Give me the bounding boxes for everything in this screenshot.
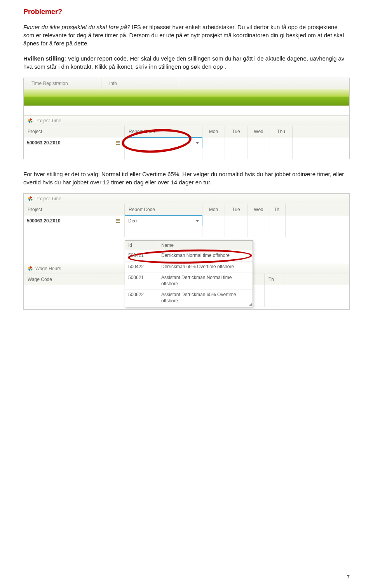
page-number: 7	[347, 574, 350, 580]
tab-bar: Time Registration Info	[24, 78, 349, 89]
cell-mon[interactable]	[202, 137, 225, 148]
cell-day[interactable]	[202, 148, 225, 159]
col-report-code: Report Code	[125, 204, 202, 215]
wage-cell-th[interactable]	[265, 296, 280, 307]
pinwheel-icon	[28, 266, 33, 271]
col-th: Th	[265, 274, 280, 285]
para1-question: Finner du ikke prosjektet du skal føre p…	[23, 24, 130, 30]
col-tue: Tue	[225, 126, 248, 137]
screenshot-project-time-1: Time Registration Info Project Time Proj…	[23, 78, 350, 159]
paragraph-1: Finner du ikke prosjektet du skal føre p…	[23, 23, 350, 47]
cell-day[interactable]	[270, 148, 293, 159]
list-icon[interactable]	[115, 218, 121, 224]
cell-mon[interactable]	[202, 215, 225, 226]
dropdown-item[interactable]: 500622 Assistant Derrickman 65% Overtime…	[125, 290, 253, 307]
cell-tue[interactable]	[225, 137, 248, 148]
dropdown-item[interactable]: 500422 Derrickman 65% Overtime offshore	[125, 262, 253, 273]
chevron-down-icon[interactable]	[196, 142, 199, 144]
green-banner	[24, 89, 349, 106]
section-title: Wage Hours	[35, 266, 61, 271]
dropdown-col-id: Id	[125, 241, 158, 250]
paragraph-2: Hvilken stilling: Velg under report code…	[23, 54, 350, 71]
para2-bold: Hvilken stilling	[23, 55, 64, 62]
column-headers: Project Report Code Mon Tue Wed Th	[24, 204, 349, 215]
table-row	[24, 148, 349, 159]
chevron-down-icon[interactable]	[196, 220, 199, 222]
cell-wed[interactable]	[248, 137, 270, 148]
section-title: Project Time	[35, 196, 61, 201]
screenshot-project-time-2: Project Time Project Report Code Mon Tue…	[23, 193, 350, 310]
col-project: Project	[24, 204, 125, 215]
col-thu: Thu	[270, 126, 293, 137]
col-report-code: Report Code	[125, 126, 202, 137]
col-mon: Mon	[202, 126, 225, 137]
cell-wed[interactable]	[248, 215, 270, 226]
project-cell-empty[interactable]	[24, 148, 125, 159]
project-value: 500063.20.2010	[27, 140, 61, 146]
cell-day[interactable]	[202, 226, 225, 237]
report-cell-empty[interactable]	[125, 226, 202, 237]
dropdown-item[interactable]: 500621 Assistant Derrickman Normal time …	[125, 272, 253, 290]
cell-day[interactable]	[248, 226, 270, 237]
col-mon: Mon	[202, 204, 225, 215]
dropdown-item-name: Derrickman Normal time offshore	[158, 250, 253, 261]
project-cell[interactable]: 500063.20.2010	[24, 215, 125, 226]
project-cell-empty[interactable]	[24, 226, 125, 237]
col-tue: Tue	[225, 204, 248, 215]
cell-day[interactable]	[225, 226, 248, 237]
project-value: 500063.20.2010	[27, 218, 61, 224]
heading-problemer: Problemer?	[23, 8, 350, 16]
col-project: Project	[24, 126, 125, 137]
table-row: 500063.20.2010 Derr	[24, 215, 349, 226]
column-headers: Project Report Code Mon Tue Wed Thu	[24, 126, 349, 137]
report-code-dropdown[interactable]: Id Name 500421 Derrickman Normal time of…	[125, 240, 253, 307]
report-code-input[interactable]: Derr	[125, 215, 202, 226]
cell-th[interactable]	[270, 215, 286, 226]
paragraph-3: For hver stilling er det to valg: Normal…	[23, 170, 350, 186]
dropdown-item-id: 500621	[125, 272, 158, 289]
resize-handle-icon[interactable]	[248, 302, 252, 306]
section-project-time: Project Time	[24, 116, 349, 126]
cell-tue[interactable]	[225, 215, 248, 226]
cell-day[interactable]	[270, 226, 286, 237]
col-th: Th	[270, 204, 286, 215]
dropdown-item-id: 500422	[125, 262, 158, 272]
dropdown-item-name: Assistant Derrickman 65% Overtime offsho…	[158, 290, 253, 306]
cell-thu[interactable]	[270, 137, 293, 148]
section-project-time: Project Time	[24, 194, 349, 204]
cell-day[interactable]	[248, 148, 270, 159]
dropdown-item-name: Assistant Derrickman Normal time offshor…	[158, 272, 253, 289]
section-title: Project Time	[35, 118, 61, 123]
dropdown-item-name: Derrickman 65% Overtime offshore	[158, 262, 253, 272]
dropdown-header: Id Name	[125, 241, 253, 250]
spacer-bar	[24, 106, 349, 116]
table-row: 500063.20.2010	[24, 137, 349, 148]
dropdown-item-id: 500622	[125, 290, 158, 306]
pinwheel-icon	[28, 118, 33, 123]
table-row	[24, 226, 349, 237]
tab-time-registration[interactable]: Time Registration	[24, 78, 101, 89]
cell-day[interactable]	[225, 148, 248, 159]
col-wed: Wed	[248, 204, 270, 215]
dropdown-col-name: Name	[158, 241, 253, 250]
list-icon[interactable]	[115, 140, 121, 146]
wage-cell-th[interactable]	[265, 285, 280, 296]
dropdown-item-id: 500421	[125, 250, 158, 261]
col-wed: Wed	[248, 126, 270, 137]
report-input-value: Derr	[128, 218, 137, 224]
project-cell[interactable]: 500063.20.2010	[24, 137, 125, 148]
report-cell-empty[interactable]	[125, 148, 202, 159]
tab-info[interactable]: Info	[101, 78, 179, 89]
dropdown-item[interactable]: 500421 Derrickman Normal time offshore	[125, 250, 253, 262]
pinwheel-icon	[28, 196, 33, 201]
report-code-input[interactable]	[125, 137, 202, 148]
para2-body: : Velg under report code. Her skal du ve…	[23, 55, 344, 70]
